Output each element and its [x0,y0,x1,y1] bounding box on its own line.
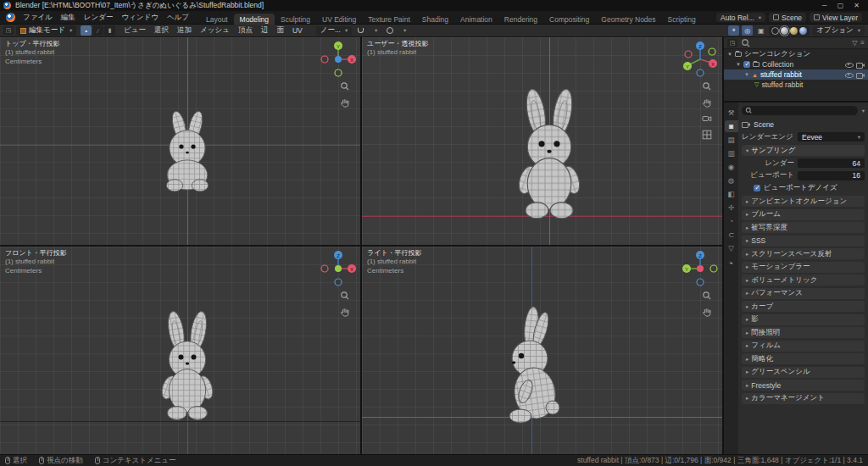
properties-section-header[interactable]: アンビエントオクルージョン [742,196,865,207]
xray-toggle-icon[interactable]: ▣ [755,25,766,36]
show-gizmos-icon[interactable]: ⌖ [728,25,739,36]
menu-item[interactable]: ウィンドウ [117,12,163,24]
proportional-edit-icon[interactable] [384,25,395,36]
disable-in-render-icon[interactable] [856,61,865,69]
pan-hand-icon[interactable] [702,97,712,108]
expand-icon[interactable]: ▼ [727,52,732,57]
workspace-tab[interactable]: Texture Paint [362,14,416,25]
properties-search-input[interactable] [742,106,858,115]
pan-hand-icon[interactable] [340,97,350,108]
toolheader-menu-item[interactable]: UV [288,25,307,36]
menu-item[interactable]: 編集 [57,12,80,24]
menu-item[interactable]: ファイル [19,12,57,24]
properties-tab[interactable]: ◔ [725,215,738,227]
auto-overrides-button[interactable]: Auto Rel... [716,13,765,22]
rabbit-mesh-wireframe[interactable] [486,306,570,424]
disable-in-render-icon[interactable] [856,71,865,79]
menu-item[interactable]: レンダー [80,12,118,24]
workspace-tab[interactable]: Compositing [543,14,595,25]
blender-menu-icon[interactable] [6,13,15,22]
viewport-right[interactable]: ライト・平行投影 (1) stuffed rabbit Centimeters … [362,247,722,454]
hide-in-viewport-icon[interactable] [845,61,854,69]
zoom-icon[interactable] [340,81,350,92]
zoom-icon[interactable] [702,81,712,92]
rabbit-mesh-wireframe[interactable] [150,108,225,198]
zoom-icon[interactable] [702,291,712,301]
workspace-tab[interactable]: Shading [416,14,454,25]
vertex-select-mode-button[interactable]: • [81,25,92,36]
outliner-editor-type-icon[interactable] [727,39,737,47]
toolheader-menu-item[interactable]: メッシュ [196,25,234,36]
navigation-gizmo[interactable]: Y Z [682,250,719,287]
properties-section-header[interactable]: SSS [742,236,865,247]
rabbit-mesh-wireframe[interactable] [502,86,597,220]
properties-tab[interactable]: ◙ [725,120,738,132]
properties-tab[interactable]: ⊂ [725,229,738,241]
viewport-front[interactable]: フロント・平行投影 (1) stuffed rabbit Centimeters… [0,247,360,454]
properties-section-header[interactable]: カーブ [742,301,865,312]
workspace-tab[interactable]: UV Editing [316,14,362,25]
collection-checkbox[interactable] [743,61,750,68]
properties-tab[interactable]: ◉ [725,161,738,173]
properties-section-header[interactable]: フィルム [742,341,865,352]
outliner-options-icon[interactable]: ≡ [860,39,865,47]
workspace-tab[interactable]: Scripting [662,14,702,25]
shading-wireframe-icon[interactable] [771,27,779,35]
properties-section-header[interactable]: スクリーンスペース反射 [742,248,865,259]
search-icon[interactable] [741,38,751,48]
orthographic-toggle-icon[interactable] [702,130,712,140]
properties-tab[interactable]: ◒ [725,256,738,268]
properties-section-header[interactable]: ブルーム [742,209,865,220]
hide-in-viewport-icon[interactable] [845,71,854,79]
minimize-button[interactable] [816,2,832,9]
expand-icon[interactable]: ▼ [736,62,741,67]
properties-section-header[interactable]: 簡略化 [742,353,865,364]
viewport-user[interactable]: ユーザー・透視投影 (1) stuffed rabbit X Z Y [362,37,722,245]
toolheader-menu-item[interactable]: 辺 [257,25,273,36]
workspace-tab[interactable]: Modeling [234,14,275,25]
properties-section-header[interactable]: Freestyle [742,380,865,391]
properties-section-header[interactable]: 被写界深度 [742,222,865,233]
workspace-tab[interactable]: Layout [200,14,234,25]
toolheader-menu-item[interactable]: 頂点 [234,25,257,36]
pan-hand-icon[interactable] [702,307,712,317]
outliner-row-collection[interactable]: ▼ Collection [724,59,868,69]
editor-type-icon[interactable] [3,26,14,35]
properties-section-header[interactable]: カラーマネージメント [742,393,865,404]
pan-hand-icon[interactable] [340,307,350,317]
properties-tab[interactable]: ▥ [725,147,738,159]
zoom-icon[interactable] [340,291,350,301]
workspace-tab[interactable]: Rendering [498,14,543,25]
viewport-denoise-checkbox[interactable] [754,185,760,191]
properties-section-header[interactable]: 間接照明 [742,327,865,338]
properties-tab[interactable]: ⚒ [725,107,738,119]
transform-orientation-selector[interactable]: ノー... [316,26,353,36]
close-button[interactable] [849,2,865,9]
properties-tab[interactable]: ◧ [725,188,738,200]
show-overlays-icon[interactable]: ◎ [742,25,753,36]
properties-tab[interactable]: ◍ [725,175,738,186]
rabbit-mesh-wireframe[interactable] [147,309,227,421]
workspace-tab[interactable]: Geometry Nodes [595,14,661,25]
toolheader-menu-item[interactable]: 追加 [173,25,196,36]
properties-section-header[interactable]: グリースペンシル [742,367,865,378]
properties-filter-icon[interactable] [860,107,865,114]
camera-view-icon[interactable] [702,114,712,124]
maximize-button[interactable] [832,2,849,9]
properties-section-header[interactable]: モーションブラー [742,262,865,273]
outliner-row-mesh-data[interactable]: ▽ stuffed rabbit [724,80,868,90]
face-select-mode-button[interactable]: ▮ [104,25,115,36]
edge-select-mode-button[interactable]: ∕ [92,25,103,36]
render-samples-field[interactable]: 64 [798,158,865,168]
viewport-top[interactable]: トップ・平行投影 (1) stuffed rabbit Centimeters … [0,37,360,245]
panel-sampling-header[interactable]: サンプリング [742,145,865,156]
navigation-gizmo[interactable]: X Z Y [682,41,719,78]
view-layer-selector[interactable]: View Layer [810,13,862,22]
outliner-row-scene-collection[interactable]: ▼ シーンコレクション [724,49,868,59]
toolheader-menu-item[interactable]: 選択 [150,25,173,36]
magnet-snap-icon[interactable] [355,25,366,36]
viewport-samples-field[interactable]: 16 [798,171,865,180]
navigation-gizmo[interactable]: X Y [320,41,357,78]
shading-solid-icon[interactable] [781,27,788,35]
properties-tab[interactable]: ▤ [725,134,738,146]
